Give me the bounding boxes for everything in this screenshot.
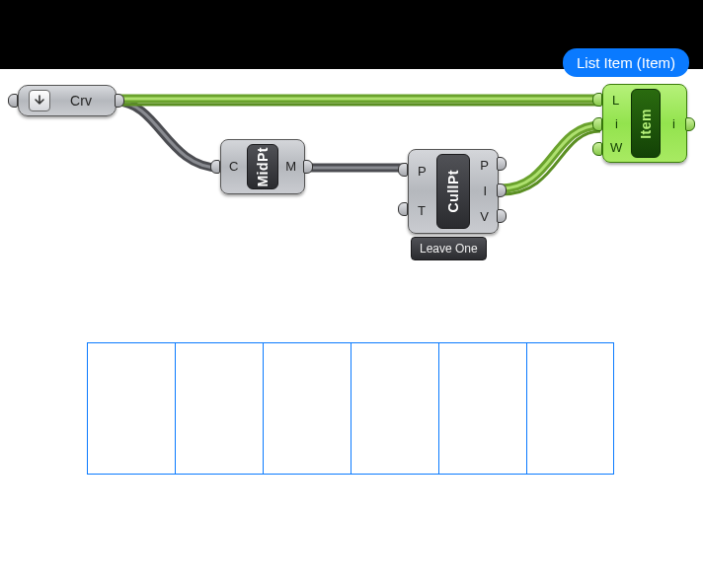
cullpt-core-label: CullPt	[445, 170, 461, 212]
midpt-component[interactable]: MidPt C M	[220, 139, 305, 194]
cullpt-core: CullPt	[436, 154, 470, 229]
cullpt-input-t[interactable]: T	[418, 203, 426, 218]
cullpt-grip-v-out[interactable]	[497, 209, 507, 223]
crv-grip-out[interactable]	[115, 94, 124, 108]
item-core: Item	[631, 89, 661, 158]
item-component[interactable]: Item L i W i	[602, 84, 687, 163]
arrow-down-icon	[29, 90, 50, 111]
item-grip-l[interactable]	[592, 93, 602, 107]
cullpt-grip-t-in[interactable]	[398, 202, 408, 216]
cullpt-output-v[interactable]: V	[480, 209, 489, 224]
midpt-grip-c[interactable]	[210, 160, 220, 174]
cullpt-nickname: Leave One	[411, 237, 487, 260]
item-grip-w[interactable]	[592, 142, 602, 156]
cullpt-grip-p-in[interactable]	[398, 163, 408, 177]
cullpt-grip-i-out[interactable]	[497, 184, 507, 197]
item-output-i[interactable]: i	[672, 116, 675, 131]
item-input-l[interactable]: L	[612, 93, 619, 108]
cullpt-component[interactable]: CullPt P T P I V	[408, 149, 499, 234]
cullpt-input-p[interactable]: P	[418, 164, 427, 179]
cullpt-output-i[interactable]: I	[483, 184, 487, 198]
midpt-input-c[interactable]: C	[229, 159, 238, 174]
crv-param[interactable]: Crv	[18, 85, 117, 116]
midpt-output-m[interactable]: M	[285, 159, 296, 174]
item-core-label: Item	[638, 109, 654, 139]
crv-param-label: Crv	[56, 93, 116, 109]
cullpt-grip-p-out[interactable]	[497, 157, 507, 171]
cullpt-output-p[interactable]: P	[480, 158, 489, 173]
item-grip-i[interactable]	[592, 117, 602, 131]
midpt-core: MidPt	[247, 144, 278, 189]
item-input-w[interactable]: W	[610, 140, 622, 155]
tooltip-text: List Item (Item)	[577, 54, 675, 71]
item-grip-i-out[interactable]	[685, 117, 695, 131]
crv-grip-in[interactable]	[8, 94, 18, 108]
grid-preview	[87, 342, 614, 475]
item-input-i[interactable]: i	[615, 116, 618, 131]
midpt-core-label: MidPt	[255, 147, 271, 187]
midpt-grip-m[interactable]	[303, 160, 313, 174]
tooltip-pill: List Item (Item)	[563, 48, 689, 77]
